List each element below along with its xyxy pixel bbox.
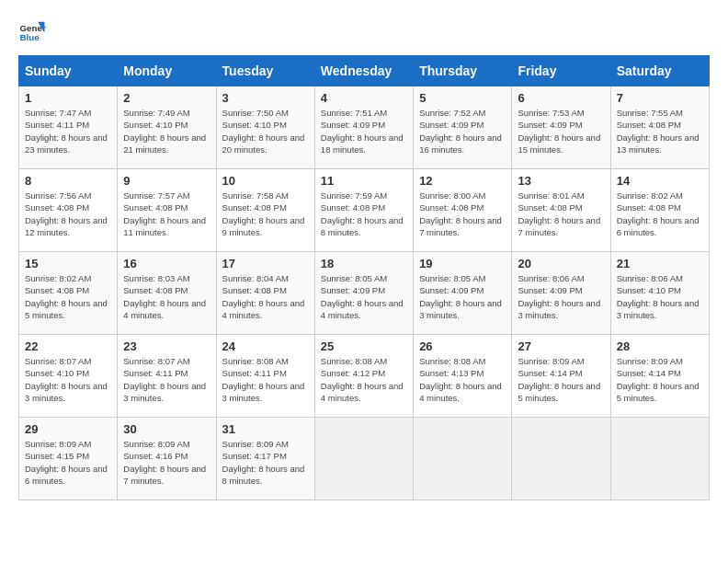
calendar-header-row: SundayMondayTuesdayWednesdayThursdayFrid… [19, 56, 710, 86]
day-number: 7 [617, 91, 703, 105]
day-number: 2 [123, 91, 210, 105]
calendar-week-row: 22Sunrise: 8:07 AMSunset: 4:10 PMDayligh… [19, 335, 710, 418]
calendar-cell: 5Sunrise: 7:52 AMSunset: 4:09 PMDaylight… [414, 86, 512, 169]
day-info: Sunrise: 8:09 AMSunset: 4:16 PMDaylight:… [123, 438, 210, 487]
day-number: 1 [25, 91, 111, 105]
calendar-cell: 3Sunrise: 7:50 AMSunset: 4:10 PMDaylight… [216, 86, 314, 169]
day-info: Sunrise: 8:05 AMSunset: 4:09 PMDaylight:… [321, 272, 407, 321]
calendar-cell: 9Sunrise: 7:57 AMSunset: 4:08 PMDaylight… [118, 169, 216, 252]
calendar-cell: 15Sunrise: 8:02 AMSunset: 4:08 PMDayligh… [19, 252, 118, 335]
calendar-cell: 16Sunrise: 8:03 AMSunset: 4:08 PMDayligh… [118, 252, 216, 335]
day-info: Sunrise: 8:06 AMSunset: 4:09 PMDaylight:… [518, 272, 604, 321]
day-info: Sunrise: 7:49 AMSunset: 4:10 PMDaylight:… [123, 107, 210, 155]
calendar-cell: 6Sunrise: 7:53 AMSunset: 4:09 PMDaylight… [512, 86, 610, 169]
day-info: Sunrise: 8:04 AMSunset: 4:08 PMDaylight:… [222, 272, 309, 321]
day-info: Sunrise: 8:08 AMSunset: 4:13 PMDaylight:… [419, 355, 506, 404]
day-info: Sunrise: 8:05 AMSunset: 4:09 PMDaylight:… [419, 272, 506, 321]
calendar-cell: 4Sunrise: 7:51 AMSunset: 4:09 PMDaylight… [314, 86, 413, 169]
day-info: Sunrise: 7:51 AMSunset: 4:09 PMDaylight:… [321, 107, 407, 155]
weekday-header: Monday [118, 56, 216, 86]
day-info: Sunrise: 7:58 AMSunset: 4:08 PMDaylight:… [222, 190, 309, 238]
day-info: Sunrise: 8:02 AMSunset: 4:08 PMDaylight:… [617, 190, 703, 238]
header: General Blue [18, 18, 710, 46]
calendar-cell: 8Sunrise: 7:56 AMSunset: 4:08 PMDaylight… [19, 169, 118, 252]
day-info: Sunrise: 7:52 AMSunset: 4:09 PMDaylight:… [419, 107, 506, 155]
day-info: Sunrise: 8:09 AMSunset: 4:14 PMDaylight:… [518, 355, 604, 404]
weekday-header: Thursday [414, 56, 512, 86]
day-number: 22 [25, 339, 111, 353]
day-number: 14 [617, 174, 703, 188]
day-number: 19 [419, 257, 506, 270]
day-number: 28 [617, 339, 703, 353]
day-number: 12 [419, 174, 506, 188]
day-number: 18 [321, 257, 407, 270]
calendar-cell: 1Sunrise: 7:47 AMSunset: 4:11 PMDaylight… [19, 86, 118, 169]
calendar-cell: 21Sunrise: 8:06 AMSunset: 4:10 PMDayligh… [610, 252, 709, 335]
day-info: Sunrise: 7:56 AMSunset: 4:08 PMDaylight:… [25, 190, 111, 238]
calendar-cell: 17Sunrise: 8:04 AMSunset: 4:08 PMDayligh… [216, 252, 314, 335]
day-info: Sunrise: 8:03 AMSunset: 4:08 PMDaylight:… [123, 272, 210, 321]
calendar-cell: 13Sunrise: 8:01 AMSunset: 4:08 PMDayligh… [512, 169, 610, 252]
day-number: 8 [25, 174, 111, 188]
day-number: 30 [123, 422, 210, 436]
day-number: 13 [518, 174, 604, 188]
calendar-cell: 11Sunrise: 7:59 AMSunset: 4:08 PMDayligh… [314, 169, 413, 252]
weekday-header: Wednesday [314, 56, 413, 86]
day-number: 10 [222, 174, 309, 188]
day-number: 25 [321, 339, 407, 353]
day-number: 23 [123, 339, 210, 353]
calendar-cell: 12Sunrise: 8:00 AMSunset: 4:08 PMDayligh… [414, 169, 512, 252]
day-number: 3 [222, 91, 309, 105]
svg-text:Blue: Blue [20, 32, 40, 42]
calendar-cell [314, 418, 413, 500]
day-number: 4 [321, 91, 407, 105]
day-number: 26 [419, 339, 506, 353]
weekday-header: Friday [512, 56, 610, 86]
day-info: Sunrise: 8:07 AMSunset: 4:11 PMDaylight:… [123, 355, 210, 404]
day-info: Sunrise: 8:08 AMSunset: 4:12 PMDaylight:… [321, 355, 407, 404]
logo: General Blue [18, 18, 46, 46]
day-info: Sunrise: 7:50 AMSunset: 4:10 PMDaylight:… [222, 107, 309, 155]
day-number: 21 [617, 257, 703, 270]
calendar-week-row: 1Sunrise: 7:47 AMSunset: 4:11 PMDaylight… [19, 86, 710, 169]
day-number: 27 [518, 339, 604, 353]
calendar-cell: 23Sunrise: 8:07 AMSunset: 4:11 PMDayligh… [118, 335, 216, 418]
calendar-week-row: 29Sunrise: 8:09 AMSunset: 4:15 PMDayligh… [19, 418, 710, 500]
calendar-cell [610, 418, 709, 500]
day-info: Sunrise: 8:07 AMSunset: 4:10 PMDaylight:… [25, 355, 111, 404]
day-info: Sunrise: 7:59 AMSunset: 4:08 PMDaylight:… [321, 190, 407, 238]
calendar-cell: 2Sunrise: 7:49 AMSunset: 4:10 PMDaylight… [118, 86, 216, 169]
calendar-cell: 25Sunrise: 8:08 AMSunset: 4:12 PMDayligh… [314, 335, 413, 418]
calendar-cell: 30Sunrise: 8:09 AMSunset: 4:16 PMDayligh… [118, 418, 216, 500]
calendar-cell: 20Sunrise: 8:06 AMSunset: 4:09 PMDayligh… [512, 252, 610, 335]
day-info: Sunrise: 8:09 AMSunset: 4:17 PMDaylight:… [222, 438, 309, 487]
day-info: Sunrise: 8:02 AMSunset: 4:08 PMDaylight:… [25, 272, 111, 321]
day-info: Sunrise: 8:06 AMSunset: 4:10 PMDaylight:… [617, 272, 703, 321]
calendar-cell: 14Sunrise: 8:02 AMSunset: 4:08 PMDayligh… [610, 169, 709, 252]
calendar-cell: 7Sunrise: 7:55 AMSunset: 4:08 PMDaylight… [610, 86, 709, 169]
day-number: 20 [518, 257, 604, 270]
day-number: 17 [222, 257, 309, 270]
calendar-cell: 18Sunrise: 8:05 AMSunset: 4:09 PMDayligh… [314, 252, 413, 335]
day-info: Sunrise: 8:09 AMSunset: 4:15 PMDaylight:… [25, 438, 111, 487]
day-number: 16 [123, 257, 210, 270]
day-number: 29 [25, 422, 111, 436]
calendar-cell: 26Sunrise: 8:08 AMSunset: 4:13 PMDayligh… [414, 335, 512, 418]
day-info: Sunrise: 7:53 AMSunset: 4:09 PMDaylight:… [518, 107, 604, 155]
day-info: Sunrise: 7:47 AMSunset: 4:11 PMDaylight:… [25, 107, 111, 155]
day-number: 6 [518, 91, 604, 105]
day-number: 5 [419, 91, 506, 105]
calendar-week-row: 8Sunrise: 7:56 AMSunset: 4:08 PMDaylight… [19, 169, 710, 252]
day-info: Sunrise: 7:55 AMSunset: 4:08 PMDaylight:… [617, 107, 703, 155]
day-number: 15 [25, 257, 111, 270]
day-info: Sunrise: 7:57 AMSunset: 4:08 PMDaylight:… [123, 190, 210, 238]
day-info: Sunrise: 8:08 AMSunset: 4:11 PMDaylight:… [222, 355, 309, 404]
calendar-week-row: 15Sunrise: 8:02 AMSunset: 4:08 PMDayligh… [19, 252, 710, 335]
day-number: 31 [222, 422, 309, 436]
day-number: 24 [222, 339, 309, 353]
calendar-cell: 29Sunrise: 8:09 AMSunset: 4:15 PMDayligh… [19, 418, 118, 500]
day-number: 11 [321, 174, 407, 188]
calendar-cell: 10Sunrise: 7:58 AMSunset: 4:08 PMDayligh… [216, 169, 314, 252]
weekday-header: Sunday [19, 56, 118, 86]
day-info: Sunrise: 8:00 AMSunset: 4:08 PMDaylight:… [419, 190, 506, 238]
